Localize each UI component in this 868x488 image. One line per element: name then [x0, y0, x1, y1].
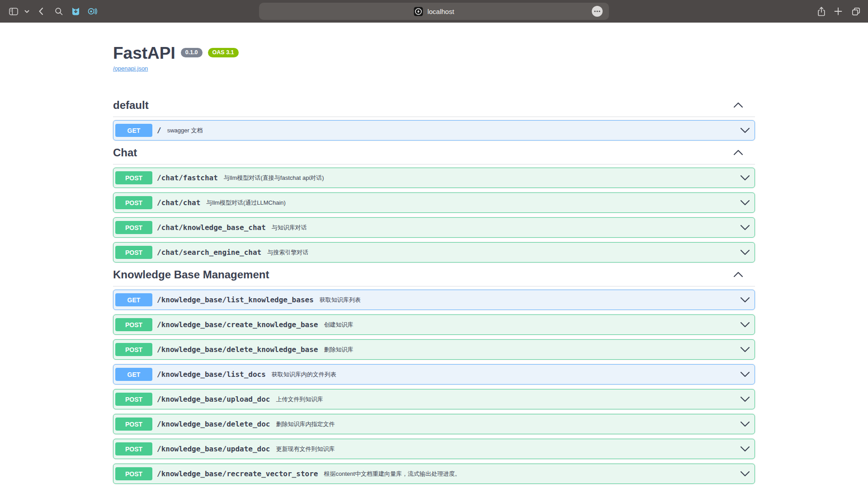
operation-path: /chat/chat: [157, 198, 200, 207]
extension-button-live[interactable]: [87, 6, 98, 17]
chevron-down-icon[interactable]: [740, 127, 750, 133]
operation-path: /chat/knowledge_base_chat: [157, 223, 266, 232]
operation-summary: swagger 文档: [167, 127, 203, 135]
sidebar-icon: [8, 6, 19, 17]
swagger-page: FastAPI 0.1.0 OAS 3.1 /openapi.json defa…: [113, 23, 755, 484]
method-badge: POST: [115, 418, 152, 431]
section-operations: POST /chat/fastchat 与llm模型对话(直接与fastchat…: [113, 164, 755, 263]
operation-summary: 创建知识库: [324, 321, 353, 329]
chevron-down-icon[interactable]: [740, 200, 750, 206]
operation-path: /knowledge_base/delete_knowledge_base: [157, 345, 318, 354]
chevron-up-icon[interactable]: [733, 150, 744, 155]
chevron-down-icon[interactable]: [740, 471, 750, 477]
browser-toolbar: localhost: [0, 0, 868, 23]
operation-row[interactable]: POST /chat/knowledge_base_chat 与知识库对话: [113, 217, 755, 238]
operation-row[interactable]: GET / swagger 文档: [113, 120, 755, 141]
section-header[interactable]: Chat: [113, 145, 755, 164]
operation-path: /knowledge_base/upload_doc: [157, 395, 270, 404]
operation-summary: 与llm模型对话(直接与fastchat api对话): [224, 174, 324, 182]
chevron-down-icon[interactable]: [740, 175, 750, 181]
section-header[interactable]: Knowledge Base Management: [113, 267, 755, 286]
oas-badge: OAS 3.1: [208, 48, 239, 57]
tabs-icon: [851, 6, 861, 17]
operation-summary: 删除知识库: [324, 346, 353, 354]
operation-summary: 根据content中文档重建向量库，流式输出处理进度。: [324, 470, 461, 478]
operation-summary: 上传文件到知识库: [276, 395, 323, 404]
section-operations: GET / swagger 文档: [113, 117, 755, 141]
method-badge: POST: [115, 467, 152, 480]
new-tab-button[interactable]: [833, 6, 844, 17]
share-button[interactable]: [816, 6, 827, 17]
method-badge: POST: [115, 246, 152, 259]
api-info: FastAPI 0.1.0 OAS 3.1 /openapi.json: [113, 23, 755, 72]
search-button[interactable]: [53, 6, 64, 17]
extension-button-cat[interactable]: [70, 6, 81, 17]
api-section: Chat POST /chat/fastchat 与llm模型对话(直接与fas…: [113, 145, 755, 263]
method-badge: POST: [115, 393, 152, 406]
chevron-up-icon[interactable]: [733, 272, 744, 277]
operation-path: /chat/fastchat: [157, 174, 218, 182]
operation-row[interactable]: POST /chat/fastchat 与llm模型对话(直接与fastchat…: [113, 168, 755, 188]
ellipsis-icon: [594, 10, 601, 13]
chevron-down-icon[interactable]: [740, 396, 750, 402]
operation-summary: 更新现有文件到知识库: [276, 445, 335, 453]
page-title: FastAPI: [113, 44, 175, 62]
fastapi-favicon: [414, 7, 423, 16]
operation-row[interactable]: POST /chat/chat 与llm模型对话(通过LLMChain): [113, 192, 755, 213]
api-section: default GET / swagger 文档: [113, 98, 755, 141]
extensions-ellipsis-button[interactable]: [592, 6, 603, 17]
operation-row[interactable]: GET /knowledge_base/list_docs 获取知识库内的文件列…: [113, 364, 755, 385]
section-title: Knowledge Base Management: [113, 267, 269, 282]
operation-row[interactable]: POST /knowledge_base/delete_doc 删除知识库内指定…: [113, 414, 755, 434]
chevron-down-icon[interactable]: [740, 225, 750, 230]
operation-row[interactable]: POST /knowledge_base/delete_knowledge_ba…: [113, 339, 755, 360]
operation-path: /knowledge_base/list_docs: [157, 370, 266, 379]
chevron-down-icon: [24, 9, 29, 14]
chevron-down-icon[interactable]: [740, 421, 750, 427]
url-text: localhost: [427, 8, 454, 15]
address-bar[interactable]: localhost: [259, 3, 609, 20]
back-button[interactable]: [36, 6, 47, 17]
cat-badge-icon: [71, 6, 81, 17]
operation-row[interactable]: POST /knowledge_base/create_knowledge_ba…: [113, 314, 755, 335]
live-circles-icon: [87, 6, 98, 17]
method-badge: POST: [115, 171, 152, 184]
operation-summary: 获取知识库列表: [320, 296, 361, 304]
chevron-up-icon[interactable]: [733, 102, 744, 108]
chevron-down-icon[interactable]: [740, 297, 750, 303]
operation-summary: 与搜索引擎对话: [267, 249, 308, 257]
operation-row[interactable]: GET /knowledge_base/list_knowledge_bases…: [113, 290, 755, 310]
operation-row[interactable]: POST /chat/search_engine_chat 与搜索引擎对话: [113, 242, 755, 263]
section-title: Chat: [113, 145, 137, 160]
operation-summary: 获取知识库内的文件列表: [272, 371, 336, 379]
sidebar-toggle-button[interactable]: [8, 6, 19, 17]
operation-path: /knowledge_base/recreate_vector_store: [157, 469, 318, 478]
method-badge: POST: [115, 343, 152, 356]
tab-group-chevron-button[interactable]: [21, 6, 32, 17]
operation-row[interactable]: POST /knowledge_base/upload_doc 上传文件到知识库: [113, 389, 755, 409]
method-badge: POST: [115, 442, 152, 455]
operation-summary: 与知识库对话: [272, 224, 307, 232]
chevron-left-icon: [38, 7, 45, 16]
operation-row[interactable]: POST /knowledge_base/recreate_vector_sto…: [113, 464, 755, 484]
plus-icon: [834, 7, 843, 16]
chevron-down-icon[interactable]: [740, 249, 750, 255]
openapi-link[interactable]: /openapi.json: [113, 65, 148, 72]
chevron-down-icon[interactable]: [740, 347, 750, 352]
method-badge: GET: [115, 368, 152, 381]
section-title: default: [113, 98, 149, 113]
method-badge: POST: [115, 318, 152, 331]
chevron-down-icon[interactable]: [740, 446, 750, 452]
section-header[interactable]: default: [113, 98, 755, 117]
chevron-down-icon[interactable]: [740, 371, 750, 377]
operation-row[interactable]: POST /knowledge_base/update_doc 更新现有文件到知…: [113, 439, 755, 459]
operation-path: /knowledge_base/list_knowledge_bases: [157, 296, 314, 304]
chevron-down-icon[interactable]: [740, 322, 750, 328]
version-badge: 0.1.0: [181, 48, 203, 57]
tab-overview-button[interactable]: [850, 6, 861, 17]
search-icon: [54, 7, 64, 16]
method-badge: GET: [115, 293, 152, 306]
operation-path: /knowledge_base/update_doc: [157, 445, 270, 453]
operation-path: /: [157, 126, 161, 135]
api-sections: default GET / swagger 文档 Chat POST /chat…: [113, 98, 755, 484]
